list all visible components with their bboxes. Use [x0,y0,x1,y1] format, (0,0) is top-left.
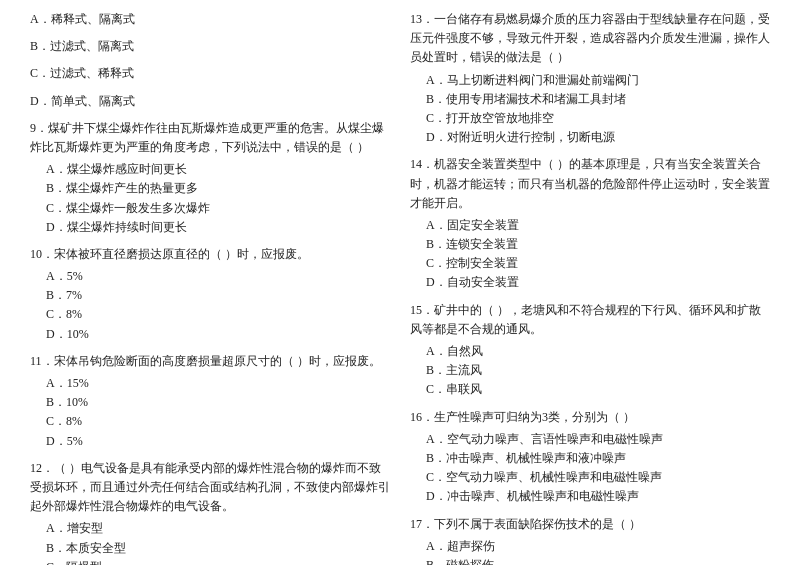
question-14: 14．机器安全装置类型中（ ）的基本原理是，只有当安全装置关合时，机器才能运转；… [410,155,770,292]
q11-opt-a: A．15% [30,374,390,393]
q11-opt-c: C．8% [30,412,390,431]
q12-opt-a: A．增安型 [30,519,390,538]
question-13: 13．一台储存有易燃易爆介质的压力容器由于型线缺量存在问题，受压元件强度不够，导… [410,10,770,147]
q10-opt-a: A．5% [30,267,390,286]
q14-opt-a: A．固定安全装置 [410,216,770,235]
q9-opt-a: A．煤尘爆炸感应时间更长 [30,160,390,179]
question-12: 12．（ ）电气设备是具有能承受内部的爆炸性混合物的爆炸而不致受损坏环，而且通过… [30,459,390,565]
q16-opt-c: C．空气动力噪声、机械性噪声和电磁性噪声 [410,468,770,487]
left-opt-b-text: B．过滤式、隔离式 [30,37,390,56]
left-column: A．稀释式、隔离式 B．过滤式、隔离式 C．过滤式、稀释式 D．简单式、隔离式 … [30,10,390,565]
q10-opt-b: B．7% [30,286,390,305]
q16-opt-b: B．冲击噪声、机械性噪声和液冲噪声 [410,449,770,468]
q17-opt-b: B．磁粉探伤 [410,556,770,565]
left-option-d: D．简单式、隔离式 [30,92,390,111]
q11-text: 11．宋体吊钩危险断面的高度磨损量超原尺寸的（ ）时，应报废。 [30,352,390,371]
q10-text: 10．宋体被环直径磨损达原直径的（ ）时，应报废。 [30,245,390,264]
q14-opt-d: D．自动安全装置 [410,273,770,292]
q13-opt-b: B．使用专用堵漏技术和堵漏工具封堵 [410,90,770,109]
q9-text: 9．煤矿井下煤尘爆炸作往由瓦斯爆炸造成更严重的危害。从煤尘爆炸比瓦斯爆炸更为严重… [30,119,390,157]
left-opt-d-text: D．简单式、隔离式 [30,92,390,111]
question-11: 11．宋体吊钩危险断面的高度磨损量超原尺寸的（ ）时，应报废。 A．15% B．… [30,352,390,451]
q14-opt-b: B．连锁安全装置 [410,235,770,254]
q12-opt-c: C．隔爆型 [30,558,390,565]
q14-text: 14．机器安全装置类型中（ ）的基本原理是，只有当安全装置关合时，机器才能运转；… [410,155,770,213]
q13-opt-c: C．打开放空管放地排空 [410,109,770,128]
q17-text: 17．下列不属于表面缺陷探伤技术的是（ ） [410,515,770,534]
q15-opt-c: C．串联风 [410,380,770,399]
left-option-b: B．过滤式、隔离式 [30,37,390,56]
q12-text: 12．（ ）电气设备是具有能承受内部的爆炸性混合物的爆炸而不致受损坏环，而且通过… [30,459,390,517]
q13-text: 13．一台储存有易燃易爆介质的压力容器由于型线缺量存在问题，受压元件强度不够，导… [410,10,770,68]
q9-opt-d: D．煤尘爆炸持续时间更长 [30,218,390,237]
left-opt-a-text: A．稀释式、隔离式 [30,10,390,29]
q15-opt-b: B．主流风 [410,361,770,380]
q9-opt-c: C．煤尘爆炸一般发生多次爆炸 [30,199,390,218]
q12-opt-b: B．本质安全型 [30,539,390,558]
q10-opt-c: C．8% [30,305,390,324]
q16-text: 16．生产性噪声可归纳为3类，分别为（ ） [410,408,770,427]
question-15: 15．矿井中的（ ），老塘风和不符合规程的下行风、循环风和扩散风等都是不合规的通… [410,301,770,400]
q10-opt-d: D．10% [30,325,390,344]
q9-opt-b: B．煤尘爆炸产生的热量更多 [30,179,390,198]
q11-opt-d: D．5% [30,432,390,451]
q17-opt-a: A．超声探伤 [410,537,770,556]
q15-text: 15．矿井中的（ ），老塘风和不符合规程的下行风、循环风和扩散风等都是不合规的通… [410,301,770,339]
right-column: 13．一台储存有易燃易爆介质的压力容器由于型线缺量存在问题，受压元件强度不够，导… [410,10,770,565]
q16-opt-a: A．空气动力噪声、言语性噪声和电磁性噪声 [410,430,770,449]
question-9: 9．煤矿井下煤尘爆炸作往由瓦斯爆炸造成更严重的危害。从煤尘爆炸比瓦斯爆炸更为严重… [30,119,390,237]
question-17: 17．下列不属于表面缺陷探伤技术的是（ ） A．超声探伤 B．磁粉探伤 C．渗透… [410,515,770,566]
q16-opt-d: D．冲击噪声、机械性噪声和电磁性噪声 [410,487,770,506]
q13-opt-a: A．马上切断进料阀门和泄漏处前端阀门 [410,71,770,90]
q15-opt-a: A．自然风 [410,342,770,361]
q13-opt-d: D．对附近明火进行控制，切断电源 [410,128,770,147]
left-option-a: A．稀释式、隔离式 [30,10,390,29]
left-option-c: C．过滤式、稀释式 [30,64,390,83]
q11-opt-b: B．10% [30,393,390,412]
q14-opt-c: C．控制安全装置 [410,254,770,273]
left-opt-c-text: C．过滤式、稀释式 [30,64,390,83]
question-10: 10．宋体被环直径磨损达原直径的（ ）时，应报废。 A．5% B．7% C．8%… [30,245,390,344]
question-16: 16．生产性噪声可归纳为3类，分别为（ ） A．空气动力噪声、言语性噪声和电磁性… [410,408,770,507]
page-content: A．稀释式、隔离式 B．过滤式、隔离式 C．过滤式、稀释式 D．简单式、隔离式 … [30,10,770,565]
